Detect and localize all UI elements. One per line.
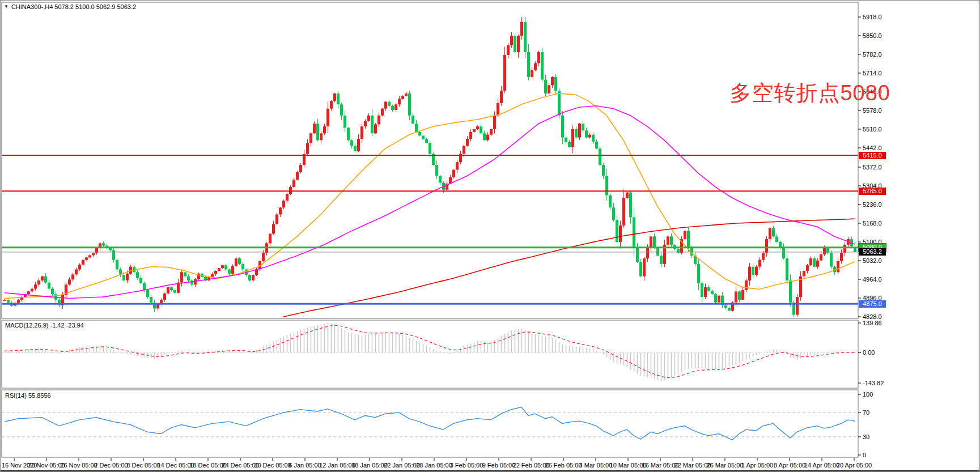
price-badge-resistance-5285[interactable]: 5285.0 xyxy=(859,188,886,195)
svg-text:30: 30 xyxy=(863,433,869,440)
symbol-ohlc-text: CHINA300-,H4 5078.2 5100.0 5062.9 5063.2 xyxy=(11,3,136,10)
svg-text:6 Jan 05:00: 6 Jan 05:00 xyxy=(289,462,321,469)
svg-text:5442.0: 5442.0 xyxy=(863,144,882,151)
svg-text:8 Apr 05:00: 8 Apr 05:00 xyxy=(774,462,805,469)
panel-frames xyxy=(2,2,858,457)
price-axis[interactable]: 5918.05850.05782.05714.05646.05578.05510… xyxy=(858,14,882,320)
svg-text:5714.0: 5714.0 xyxy=(863,70,882,76)
svg-text:24 Dec 05:00: 24 Dec 05:00 xyxy=(222,462,258,469)
svg-text:5032.0: 5032.0 xyxy=(863,257,882,264)
svg-text:4 Mar 05:00: 4 Mar 05:00 xyxy=(579,462,613,469)
svg-text:9 Feb 05:00: 9 Feb 05:00 xyxy=(482,462,516,469)
svg-text:28 Jan 05:00: 28 Jan 05:00 xyxy=(416,462,452,469)
svg-text:22 Jan 05:00: 22 Jan 05:00 xyxy=(384,462,420,469)
svg-text:26 Nov 05:00: 26 Nov 05:00 xyxy=(60,462,97,469)
price-badge-current-price: 5063.2 xyxy=(859,248,886,256)
svg-text:20 Nov 05:00: 20 Nov 05:00 xyxy=(28,462,65,469)
svg-text:22 Mar 05:00: 22 Mar 05:00 xyxy=(674,462,711,469)
svg-text:20 Apr 05:00: 20 Apr 05:00 xyxy=(837,462,872,469)
svg-text:5372.0: 5372.0 xyxy=(863,164,882,171)
svg-text:14 Dec 05:00: 14 Dec 05:00 xyxy=(157,462,194,469)
svg-text:5850.0: 5850.0 xyxy=(863,32,882,39)
svg-text:26 Mar 05:00: 26 Mar 05:00 xyxy=(707,462,744,469)
svg-text:3 Feb 05:00: 3 Feb 05:00 xyxy=(450,462,483,469)
svg-text:8 Dec 05:00: 8 Dec 05:00 xyxy=(126,462,160,469)
price-chart-canvas[interactable]: 5918.05850.05782.05714.05646.05578.05510… xyxy=(1,1,980,472)
svg-text:16 Mar 05:00: 16 Mar 05:00 xyxy=(642,462,679,469)
chart-annotation-text: 多空转折点5080 xyxy=(652,79,890,108)
time-axis[interactable]: 16 Nov 202020 Nov 05:0026 Nov 05:002 Dec… xyxy=(2,458,872,469)
svg-text:5510.0: 5510.0 xyxy=(863,126,882,133)
svg-text:100: 100 xyxy=(863,391,873,398)
chart-window: 5918.05850.05782.05714.05646.05578.05510… xyxy=(0,0,980,472)
svg-text:5782.0: 5782.0 xyxy=(863,51,882,58)
svg-text:0.00: 0.00 xyxy=(863,349,875,356)
svg-text:5168.0: 5168.0 xyxy=(863,220,882,227)
svg-text:139.86: 139.86 xyxy=(863,320,882,326)
svg-text:22 Feb 05:00: 22 Feb 05:00 xyxy=(513,462,550,469)
symbol-info-bar[interactable]: ▼ CHINA300-,H4 5078.2 5100.0 5062.9 5063… xyxy=(4,3,136,10)
svg-text:2 Dec 05:00: 2 Dec 05:00 xyxy=(94,462,128,469)
window-right-border xyxy=(978,1,978,472)
svg-text:0: 0 xyxy=(863,452,866,458)
svg-text:4964.0: 4964.0 xyxy=(863,276,882,283)
svg-text:5236.0: 5236.0 xyxy=(863,201,882,208)
svg-text:18 Dec 05:00: 18 Dec 05:00 xyxy=(189,462,226,469)
price-badge-resistance-5415[interactable]: 5415.0 xyxy=(859,152,886,159)
svg-text:1 Apr 05:00: 1 Apr 05:00 xyxy=(741,462,773,469)
svg-text:5578.0: 5578.0 xyxy=(863,107,882,114)
svg-text:12 Jan 05:00: 12 Jan 05:00 xyxy=(319,462,355,469)
svg-text:-143.82: -143.82 xyxy=(863,380,884,386)
rsi-indicator-label: RSI(14) 55.8556 xyxy=(5,392,51,399)
svg-text:18 Jan 05:00: 18 Jan 05:00 xyxy=(351,462,388,469)
svg-text:5918.0: 5918.0 xyxy=(863,14,882,20)
svg-text:30 Dec 05:00: 30 Dec 05:00 xyxy=(254,462,291,469)
symbol-dropdown-icon[interactable]: ▼ xyxy=(4,4,9,10)
svg-text:14 Apr 05:00: 14 Apr 05:00 xyxy=(804,462,839,469)
macd-indicator-label: MACD(12,26,9) -1.42 -23.94 xyxy=(5,322,84,329)
price-badge-support-4875[interactable]: 4875.0 xyxy=(859,300,886,308)
svg-text:26 Feb 05:00: 26 Feb 05:00 xyxy=(545,462,582,469)
svg-text:70: 70 xyxy=(863,409,869,416)
svg-text:10 Mar 05:00: 10 Mar 05:00 xyxy=(610,462,647,469)
